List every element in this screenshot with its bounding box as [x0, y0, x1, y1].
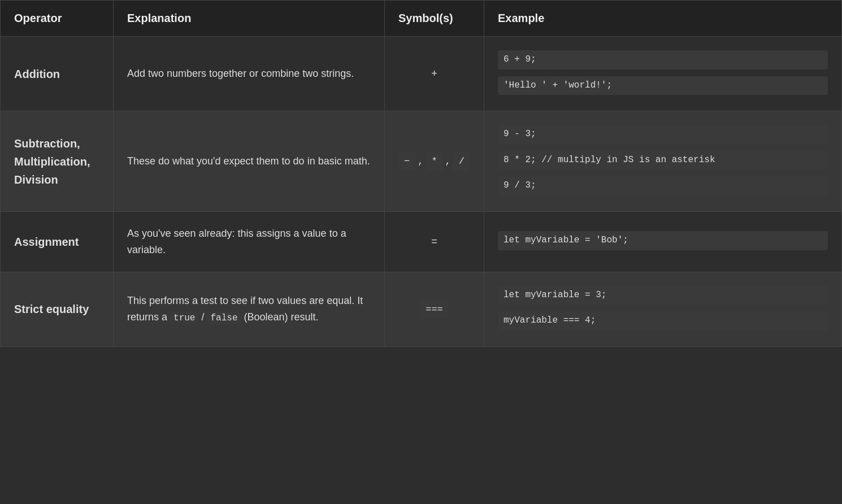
- example-cell: 6 + 9; 'Hello ' + 'world!';: [484, 37, 842, 111]
- operator-label: Assignment: [14, 236, 79, 248]
- example-line: 9 / 3;: [498, 176, 828, 195]
- symbols-cell: =: [385, 211, 484, 272]
- symbols-cell: +: [385, 37, 484, 111]
- main-table-container: Operator Explanation Symbol(s) Example A…: [0, 0, 842, 347]
- table-row: Assignment As you've seen already: this …: [1, 211, 842, 272]
- table-row: Addition Add two numbers together or com…: [1, 37, 842, 111]
- explanation-separator: /: [198, 311, 207, 323]
- example-lines: 6 + 9; 'Hello ' + 'world!';: [498, 50, 828, 97]
- explanation-text: Add two numbers together or combine two …: [127, 68, 354, 79]
- table-header-row: Operator Explanation Symbol(s) Example: [1, 1, 842, 37]
- table-row: Strict equality This performs a test to …: [1, 272, 842, 346]
- operator-cell: Assignment: [1, 211, 114, 272]
- explanation-text: These do what you'd expect them to do in…: [127, 155, 370, 167]
- example-line: 6 + 9;: [498, 50, 828, 69]
- header-symbols: Symbol(s): [385, 1, 484, 37]
- operator-cell: Addition: [1, 37, 114, 111]
- operator-label: Subtraction, Multiplication, Division: [14, 137, 90, 186]
- symbol-value: +: [431, 68, 437, 79]
- code-true: true: [170, 312, 198, 324]
- operator-label: Addition: [14, 68, 60, 80]
- symbol-badge: −: [398, 151, 415, 171]
- header-operator: Operator: [1, 1, 114, 37]
- explanation-cell: As you've seen already: this assigns a v…: [114, 211, 385, 272]
- example-line: let myVariable = 'Bob';: [498, 231, 828, 250]
- symbols-cell: − , * , /: [385, 111, 484, 212]
- operators-table: Operator Explanation Symbol(s) Example A…: [0, 0, 842, 347]
- example-cell: let myVariable = 'Bob';: [484, 211, 842, 272]
- symbol-value: =: [431, 236, 437, 247]
- symbol-separator: ,: [418, 154, 423, 169]
- example-line: 'Hello ' + 'world!';: [498, 76, 828, 95]
- code-false: false: [207, 312, 241, 324]
- symbol-separator: ,: [445, 154, 451, 169]
- explanation-cell: These do what you'd expect them to do in…: [114, 111, 385, 212]
- example-line: 9 - 3;: [498, 125, 828, 144]
- example-cell: let myVariable = 3; myVariable === 4;: [484, 272, 842, 346]
- symbol-badge: *: [426, 151, 442, 171]
- explanation-text-end: (Boolean) result.: [241, 311, 318, 323]
- symbol-badge: ===: [420, 299, 449, 319]
- example-line: let myVariable = 3;: [498, 286, 828, 305]
- explanation-cell: Add two numbers together or combine two …: [114, 37, 385, 111]
- example-line: 8 * 2; // multiply in JS is an asterisk: [498, 151, 828, 170]
- operator-cell: Subtraction, Multiplication, Division: [1, 111, 114, 212]
- explanation-cell: This performs a test to see if two value…: [114, 272, 385, 346]
- example-cell: 9 - 3; 8 * 2; // multiply in JS is an as…: [484, 111, 842, 212]
- operator-cell: Strict equality: [1, 272, 114, 346]
- example-lines: 9 - 3; 8 * 2; // multiply in JS is an as…: [498, 125, 828, 198]
- example-lines: let myVariable = 3; myVariable === 4;: [498, 286, 828, 333]
- operator-label: Strict equality: [14, 303, 89, 315]
- header-explanation: Explanation: [114, 1, 385, 37]
- explanation-text: As you've seen already: this assigns a v…: [127, 228, 346, 255]
- header-example: Example: [484, 1, 842, 37]
- table-row: Subtraction, Multiplication, Division Th…: [1, 111, 842, 212]
- symbols-cell: ===: [385, 272, 484, 346]
- example-lines: let myVariable = 'Bob';: [498, 231, 828, 253]
- example-line: myVariable === 4;: [498, 311, 828, 331]
- symbols-row: − , * , /: [398, 151, 470, 171]
- symbol-badge: /: [453, 151, 470, 171]
